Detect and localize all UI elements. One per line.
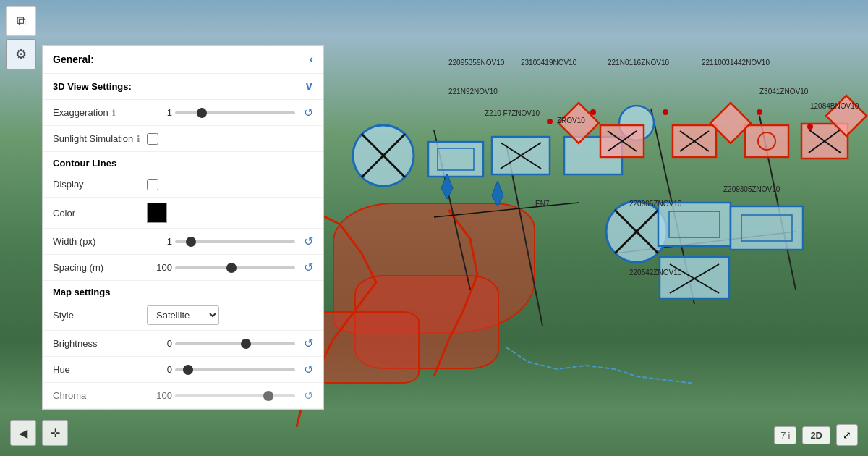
sunlight-checkbox[interactable] xyxy=(147,133,158,145)
map-hue-reset-button[interactable]: ↺ xyxy=(304,363,313,376)
map-brightness-slider[interactable] xyxy=(175,342,295,345)
map-chroma-label: Chroma xyxy=(53,390,147,401)
move-button[interactable]: ✛ xyxy=(42,420,68,446)
settings-panel: General: ‹ 3D View Settings: ∨ Exaggerat… xyxy=(42,45,324,410)
map-style-row: Style Satellite Terrain Street xyxy=(43,300,323,331)
contour-spacing-reset-button[interactable]: ↺ xyxy=(304,261,313,274)
sunlight-row: Sunlight Simulation ℹ xyxy=(43,126,323,152)
bottom-left-controls: ◀ ✛ xyxy=(10,420,68,446)
contour-width-slider[interactable] xyxy=(175,240,295,243)
expand-button[interactable]: ⤢ xyxy=(836,424,858,446)
panel-header: General: ‹ xyxy=(43,46,323,74)
contour-spacing-row: Spacing (m) 100 ↺ xyxy=(43,255,323,281)
settings-button[interactable]: ⚙ xyxy=(6,39,36,69)
map-chroma-slider[interactable] xyxy=(175,394,295,397)
panel-collapse-button[interactable]: ‹ xyxy=(310,53,313,66)
info-icon: i xyxy=(788,430,790,441)
map-style-label: Style xyxy=(53,310,147,321)
bottom-right-controls: 7 i 2D ⤢ xyxy=(774,424,858,446)
contour-width-reset-button[interactable]: ↺ xyxy=(304,235,313,248)
sunlight-info-icon: ℹ xyxy=(137,134,140,144)
map-hue-label: Hue xyxy=(53,364,147,375)
contour-display-row: Display xyxy=(43,172,323,198)
map-hue-row: Hue 0 ↺ xyxy=(43,357,323,383)
contour-section-title: Contour Lines xyxy=(43,152,323,172)
copy-button[interactable]: ⧉ xyxy=(6,6,36,36)
contour-width-row: Width (px) 1 ↺ xyxy=(43,229,323,255)
contour-width-slider-container: ↺ xyxy=(175,235,313,248)
info-button[interactable]: 7 i xyxy=(774,426,796,444)
section-3d-view[interactable]: 3D View Settings: ∨ xyxy=(43,74,323,100)
map-chroma-reset-button[interactable]: ↺ xyxy=(304,389,313,402)
exaggeration-reset-button[interactable]: ↺ xyxy=(304,106,313,119)
panel-title: General: xyxy=(53,54,94,65)
map-chroma-value: 100 xyxy=(147,390,172,401)
exaggeration-label: Exaggeration ℹ xyxy=(53,107,147,118)
contour-width-label: Width (px) xyxy=(53,236,147,247)
map-hue-value: 0 xyxy=(147,364,172,375)
contour-width-value: 1 xyxy=(147,236,172,247)
map-brightness-reset-button[interactable]: ↺ xyxy=(304,337,313,350)
map-brightness-row: Brightness 0 ↺ xyxy=(43,331,323,357)
contour-spacing-slider-container: ↺ xyxy=(175,261,313,274)
exaggeration-slider[interactable] xyxy=(175,111,295,114)
contour-color-row: Color xyxy=(43,198,323,229)
map-section-title: Map settings xyxy=(43,281,323,300)
contour-color-label: Color xyxy=(53,208,147,219)
contour-color-swatch[interactable] xyxy=(147,203,167,223)
exaggeration-slider-container: ↺ xyxy=(175,106,313,119)
contour-spacing-slider[interactable] xyxy=(175,266,295,269)
section-3d-label: 3D View Settings: xyxy=(53,81,132,92)
map-brightness-label: Brightness xyxy=(53,338,147,349)
map-chroma-row: Chroma 100 ↺ xyxy=(43,383,323,409)
rotate-button[interactable]: ◀ xyxy=(10,420,36,446)
map-hue-slider[interactable] xyxy=(175,368,295,371)
map-hue-slider-container: ↺ xyxy=(175,363,313,376)
contour-display-checkbox[interactable] xyxy=(147,179,158,190)
contour-display-label: Display xyxy=(53,179,147,190)
exaggeration-value: 1 xyxy=(147,107,172,118)
view-mode-button[interactable]: 2D xyxy=(802,426,830,444)
exaggeration-info-icon: ℹ xyxy=(112,108,116,118)
left-toolbar: ⧉ ⚙ xyxy=(0,0,42,69)
map-chroma-slider-container: ↺ xyxy=(175,389,313,402)
map-brightness-value: 0 xyxy=(147,338,172,349)
map-style-select[interactable]: Satellite Terrain Street xyxy=(147,305,219,325)
info-num: 7 xyxy=(780,430,786,441)
contour-spacing-value: 100 xyxy=(147,262,172,273)
exaggeration-row: Exaggeration ℹ 1 ↺ xyxy=(43,100,323,126)
section-3d-chevron[interactable]: ∨ xyxy=(305,80,313,93)
sunlight-label: Sunlight Simulation ℹ xyxy=(53,133,147,144)
map-brightness-slider-container: ↺ xyxy=(175,337,313,350)
contour-spacing-label: Spacing (m) xyxy=(53,262,147,273)
